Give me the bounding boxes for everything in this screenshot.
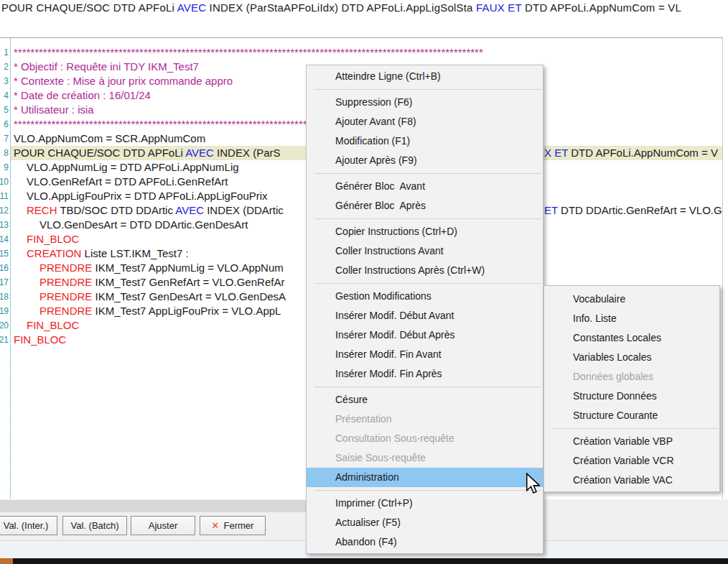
menu-item-presentation: Présentation [307, 410, 543, 429]
menu-item-generer-bloc-apres[interactable]: Générer Bloc Après [307, 196, 543, 216]
code-text-segment: AVEC [177, 1, 207, 14]
button-label: Val. (Inter.) [4, 520, 49, 531]
code-text-segment: FIN_BLOC [14, 333, 66, 346]
line-number: 8 [0, 146, 10, 160]
code-text-segment: X ET [544, 147, 568, 159]
menu-item-copier-instructions-ctrl-d[interactable]: Copier Instructions (Ctrl+D) [307, 222, 543, 241]
code-text-segment: * Contexte : Mise à jour prix commande a… [14, 75, 233, 87]
menu-separator [314, 283, 541, 284]
menu-separator [314, 387, 541, 387]
line-number: 18 [0, 290, 10, 304]
menu-item-info-liste[interactable]: Info. Liste [544, 309, 719, 328]
menu-item-vocabulaire[interactable]: Vocabulaire [544, 290, 719, 309]
menu-item-coller-instructions-apres-ctrl-w[interactable]: Coller Instructions Après (Ctrl+W) [307, 261, 543, 280]
code-text-segment: VLO.GenRefArt = DTD APFoLi.GenRefArt [27, 175, 228, 188]
code-text-segment: IKM_Test7 AppNumLig = VLO.AppNum [92, 262, 283, 274]
menu-item-structure-courante[interactable]: Structure Courante [544, 406, 719, 425]
menu-item-creation-variable-vcr[interactable]: Création Variable VCR [544, 451, 719, 471]
line-number: 20 [0, 318, 10, 333]
button-label: Fermer [224, 520, 254, 531]
code-text-segment: VLO.AppLigFouPrix = DTD APFoLi.AppLigFou… [27, 190, 268, 202]
menu-separator [314, 173, 541, 174]
code-line[interactable]: 1***************************************… [0, 45, 723, 60]
line-number: 21 [0, 333, 10, 347]
menu-item-abandon-f4[interactable]: Abandon (F4) [307, 532, 543, 552]
code-text-segment: INDEX (ParStaAPFoLiIdx) DTD APFoLi.AppLi… [206, 1, 476, 14]
line-number: 9 [0, 160, 10, 175]
line-number: 1 [0, 45, 10, 60]
code-text-segment: TBD/SOC DTD DDArtic [57, 204, 176, 216]
line-number: 16 [0, 261, 10, 275]
menu-item-imprimer-ctrl-p[interactable]: Imprimer (Ctrl+P) [307, 494, 543, 513]
administration-submenu: VocabulaireInfo. ListeConstantes Locales… [543, 285, 720, 492]
code-text-segment: ET [544, 204, 558, 216]
code-text-segment: VLO.GenDesArt = DTD DDArtic.GenDesArt [39, 218, 248, 231]
line-number: 2 [0, 60, 10, 74]
menu-item-ajouter-avant-f8[interactable]: Ajouter Avant (F8) [307, 112, 543, 131]
code-text-segment: * Objectif : Requête ini TDY IKM_Test7 [14, 60, 199, 73]
line-number: 15 [0, 246, 10, 261]
menu-item-suppression-f6[interactable]: Suppression (F6) [307, 93, 543, 112]
menu-item-inserer-modif-debut-avant[interactable]: Insérer Modif. Début Avant [307, 306, 543, 325]
line-number: 13 [0, 218, 10, 232]
taskbar[interactable] [0, 558, 728, 564]
close-x-icon: ✕ [212, 520, 220, 531]
menu-item-creation-variable-vbp[interactable]: Création Variable VBP [544, 432, 719, 451]
code-text-segment: ****************************************… [14, 46, 483, 58]
line-number: 12 [0, 203, 10, 218]
code-text-segment: DTD APFoLi.AppNumCom = VL [522, 1, 681, 14]
val-batch-button[interactable]: Val. (Batch) [62, 516, 127, 535]
code-text-segment: FIN_BLOC [27, 319, 79, 331]
menu-item-cesure[interactable]: Césure [307, 390, 543, 410]
menu-item-variables-locales[interactable]: Variables Locales [544, 348, 719, 367]
menu-item-coller-instructions-avant[interactable]: Coller Instructions Avant [307, 241, 543, 261]
menu-item-inserer-modif-fin-apres[interactable]: Insérer Modif. Fin Après [307, 364, 543, 384]
line-number: 5 [0, 103, 10, 117]
menu-separator [314, 89, 541, 90]
line-number: 3 [0, 74, 10, 88]
menu-item-inserer-modif-fin-avant[interactable]: Insérer Modif. Fin Avant [307, 345, 543, 364]
button-label: Val. (Batch) [71, 520, 119, 531]
menu-item-modification-f1[interactable]: Modification (F1) [307, 131, 543, 151]
menu-item-saisie-sous-requete: Saisie Sous-requête [307, 448, 543, 468]
line-number: 10 [0, 175, 10, 189]
line-number: 14 [0, 232, 10, 246]
menu-item-gestion-modifications[interactable]: Gestion Modifications [307, 287, 543, 306]
code-text-segment: DTD DDArtic.GenRefArt = VLO.G [558, 204, 722, 216]
code-text-segment: PRENDRE [39, 290, 92, 302]
menu-item-creation-variable-vac[interactable]: Création Variable VAC [544, 471, 719, 490]
menu-item-inserer-modif-debut-apres[interactable]: Insérer Modif. Début Après [307, 325, 543, 345]
button-label: Ajuster [149, 520, 177, 531]
menu-separator [314, 218, 541, 219]
code-text-segment: * Utilisateur : isia [14, 103, 94, 116]
code-text-segment: PRENDRE [39, 262, 92, 274]
menu-item-atteindre-ligne-ctrl-b[interactable]: Atteindre Ligne (Ctrl+B) [307, 67, 543, 86]
code-line-overflow: ET DTD DDArtic.GenRefArt = VLO.G [544, 203, 722, 218]
menu-item-generer-bloc-avant[interactable]: Générer Bloc Avant [307, 177, 543, 196]
menu-item-consultation-sous-requete: Consultation Sous-requête [307, 429, 543, 448]
code-line-overflow: X ET DTD APFoLi.AppNumCom = V [544, 146, 718, 160]
line-number: 17 [0, 275, 10, 290]
code-text-segment: PRENDRE [39, 276, 92, 288]
mouse-cursor [526, 473, 540, 496]
line-number: 11 [0, 189, 10, 203]
code-text-segment: VLO.AppNumCom = SCR.AppNumCom [14, 132, 205, 144]
menu-item-structure-donnees[interactable]: Structure Données [544, 387, 719, 406]
code-text-segment: IKM_Test7 GenDesArt = VLO.GenDesA [92, 290, 286, 302]
ajuster-button[interactable]: Ajuster [131, 516, 195, 535]
menu-item-donnees-globales: Données globales [544, 367, 719, 387]
code-text-segment: FIN_BLOC [27, 233, 79, 245]
code-text-segment: IKM_Test7 GenRefArt = VLO.GenRefAr [92, 276, 284, 288]
menu-item-ajouter-apres-f9[interactable]: Ajouter Après (F9) [307, 151, 543, 170]
code-text-segment: * Date de création : 16/01/24 [14, 89, 151, 101]
menu-item-constantes-locales[interactable]: Constantes Locales [544, 328, 719, 348]
menu-item-administration[interactable]: Administration [307, 468, 543, 487]
menu-separator [314, 490, 541, 491]
code-text-segment: : [185, 247, 188, 259]
line-number: 4 [0, 88, 10, 103]
val-inter-button[interactable]: Val. (Inter.) [0, 516, 57, 535]
menu-item-actualiser-f5[interactable]: Actualiser (F5) [307, 513, 543, 532]
fermer-button[interactable]: ✕Fermer [200, 516, 266, 535]
code-text-segment: INDEX (DDArtic [204, 204, 284, 216]
application-window: { "statement_bar": { "segments": [ ["k",… [0, 0, 728, 564]
